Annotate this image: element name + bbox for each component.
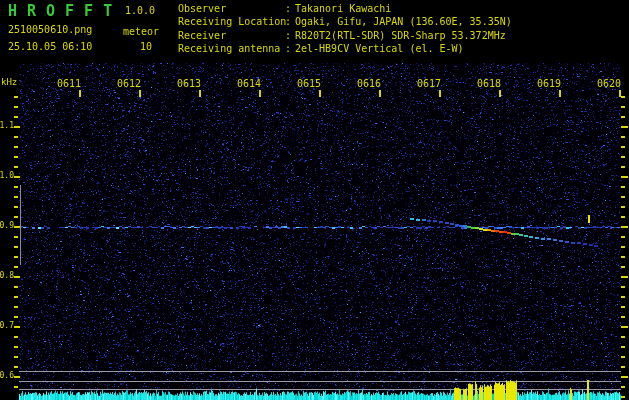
x-axis-label-0619: 0619 — [537, 79, 561, 89]
observation-mode: meteor — [123, 27, 159, 37]
info-colon: : — [285, 3, 295, 14]
info-value: R820T2(RTL-SDR) SDR-Sharp 53.372MHz — [295, 30, 506, 41]
y-axis-label-0.6: 0.6 — [0, 372, 14, 380]
x-axis-label-0615: 0615 — [297, 79, 321, 89]
observation-datetime: 25.10.05 06:10 — [8, 42, 92, 52]
info-value: 2el-HB9CV Vertical (el. E-W) — [295, 43, 464, 54]
info-colon: : — [285, 43, 295, 54]
y-axis-label-1.0: 1.0 — [0, 172, 14, 180]
info-colon: : — [285, 30, 295, 41]
station-info: Observer:Takanori Kawachi Receiving Loca… — [178, 3, 512, 57]
info-value: Takanori Kawachi — [295, 3, 391, 14]
info-label: Receiving Location — [178, 16, 285, 27]
x-axis-label-0618: 0618 — [477, 79, 501, 89]
info-row-observer: Observer:Takanori Kawachi — [178, 3, 512, 16]
info-colon: : — [285, 16, 295, 27]
info-row-receiver: Receiver:R820T2(RTL-SDR) SDR-Sharp 53.37… — [178, 30, 512, 43]
output-filename: 2510050610.png — [8, 25, 92, 35]
app-version: 1.0.0 — [125, 6, 155, 16]
echo-count: 10 — [140, 42, 152, 52]
app-title: HROFFT — [8, 4, 122, 19]
y-axis-unit: kHz — [1, 78, 17, 87]
y-axis-label-0.8: 0.8 — [0, 272, 14, 280]
info-row-location: Receiving Location:Ogaki, Gifu, JAPAN (1… — [178, 16, 512, 29]
x-axis-label-0614: 0614 — [237, 79, 261, 89]
y-axis-label-0.9: 0.9 — [0, 222, 14, 230]
info-row-antenna: Receiving antenna:2el-HB9CV Vertical (el… — [178, 43, 512, 56]
x-axis-label-0620: 0620 — [597, 79, 621, 89]
x-axis-label-0611: 0611 — [57, 79, 81, 89]
y-axis-label-1.1: 1.1 — [0, 122, 14, 130]
info-label: Receiving antenna — [178, 43, 285, 54]
hrofft-output-image: HROFFT 1.0.0 2510050610.png meteor 25.10… — [0, 0, 629, 400]
y-axis-label-0.7: 0.7 — [0, 322, 14, 330]
x-axis-label-0612: 0612 — [117, 79, 141, 89]
x-axis-label-0616: 0616 — [357, 79, 381, 89]
x-axis-label-0617: 0617 — [417, 79, 441, 89]
x-axis-label-0613: 0613 — [177, 79, 201, 89]
info-label: Observer — [178, 3, 285, 14]
spectrogram-canvas — [0, 0, 629, 400]
info-label: Receiver — [178, 30, 285, 41]
info-value: Ogaki, Gifu, JAPAN (136.60E, 35.35N) — [295, 16, 512, 27]
